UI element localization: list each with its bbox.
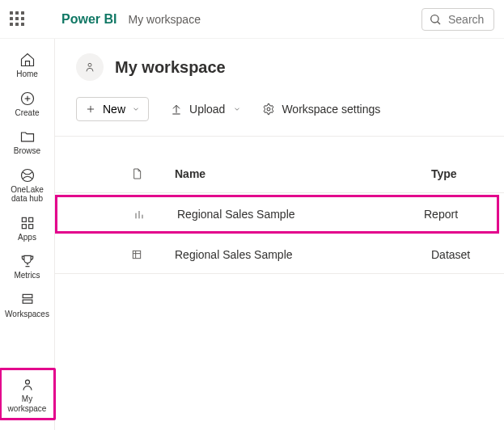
svg-point-14 bbox=[25, 380, 29, 384]
breadcrumb[interactable]: My workspace bbox=[128, 13, 200, 26]
svg-point-20 bbox=[267, 108, 270, 111]
upload-button[interactable]: Upload bbox=[170, 103, 241, 116]
search-box[interactable] bbox=[421, 8, 494, 31]
settings-label: Workspace settings bbox=[282, 103, 380, 116]
svg-point-0 bbox=[431, 15, 438, 22]
person-icon bbox=[19, 377, 36, 393]
nav-create[interactable]: Create bbox=[3, 86, 52, 121]
svg-point-5 bbox=[21, 169, 33, 181]
nav-onelake[interactable]: OneLake data hub bbox=[3, 162, 52, 207]
content-table: Name Type Regional Sales Sample Report R… bbox=[55, 137, 504, 274]
nav-label: OneLake data hub bbox=[3, 185, 52, 204]
apps-icon bbox=[19, 215, 36, 231]
folder-icon bbox=[19, 129, 36, 145]
upload-icon bbox=[170, 103, 183, 116]
nav-home[interactable]: Home bbox=[3, 47, 52, 82]
top-bar: Power BI My workspace bbox=[0, 0, 504, 39]
row-name[interactable]: Regional Sales Sample bbox=[175, 248, 431, 261]
plus-circle-icon bbox=[19, 91, 36, 107]
trophy-icon bbox=[19, 253, 36, 269]
nav-label: Metrics bbox=[14, 271, 40, 280]
data-hub-icon bbox=[19, 167, 36, 183]
svg-rect-12 bbox=[23, 294, 32, 297]
search-input[interactable] bbox=[448, 13, 487, 26]
workspace-avatar bbox=[76, 53, 104, 81]
app-launcher-icon[interactable] bbox=[10, 11, 26, 27]
nav-label: Browse bbox=[14, 146, 40, 156]
new-button-label: New bbox=[103, 103, 125, 116]
nav-label: Home bbox=[16, 70, 38, 79]
main-content: My workspace New Upload Workspace settin… bbox=[55, 39, 504, 430]
workspace-settings-button[interactable]: Workspace settings bbox=[262, 103, 380, 116]
nav-label: My workspace bbox=[3, 394, 52, 413]
left-nav: Home Create Browse OneLake data hub Apps… bbox=[0, 39, 55, 430]
svg-rect-8 bbox=[22, 224, 26, 228]
svg-rect-24 bbox=[133, 251, 140, 258]
nav-my-workspace-highlight: My workspace bbox=[0, 368, 56, 420]
row-type: Report bbox=[424, 208, 497, 221]
home-icon bbox=[19, 52, 36, 68]
nav-label: Create bbox=[15, 108, 39, 118]
svg-rect-6 bbox=[22, 217, 26, 221]
new-button[interactable]: New bbox=[76, 97, 149, 121]
nav-my-workspace[interactable]: My workspace bbox=[3, 372, 52, 416]
nav-label: Workspaces bbox=[5, 310, 49, 319]
row-name[interactable]: Regional Sales Sample bbox=[177, 208, 424, 221]
report-icon bbox=[133, 208, 146, 221]
row-icon-cell bbox=[99, 248, 175, 261]
svg-rect-9 bbox=[28, 224, 32, 228]
upload-label: Upload bbox=[189, 103, 225, 116]
table-header: Name Type bbox=[55, 154, 504, 193]
svg-line-1 bbox=[438, 21, 440, 23]
brand-title: Power BI bbox=[61, 12, 116, 27]
file-icon bbox=[130, 167, 143, 180]
svg-point-15 bbox=[88, 63, 91, 66]
row-type: Dataset bbox=[431, 248, 504, 261]
search-icon bbox=[429, 13, 442, 26]
table-row-dataset[interactable]: Regional Sales Sample Dataset bbox=[55, 235, 504, 274]
column-type[interactable]: Type bbox=[431, 167, 504, 180]
plus-icon bbox=[85, 103, 96, 115]
row-icon-cell bbox=[101, 208, 177, 221]
nav-label: Apps bbox=[18, 233, 36, 242]
gear-icon bbox=[262, 103, 275, 116]
file-type-column-icon[interactable] bbox=[99, 167, 175, 180]
toolbar: New Upload Workspace settings bbox=[55, 91, 504, 137]
chevron-down-icon bbox=[132, 105, 140, 113]
nav-browse[interactable]: Browse bbox=[3, 124, 52, 159]
svg-rect-7 bbox=[28, 217, 32, 221]
column-name[interactable]: Name bbox=[175, 167, 431, 180]
person-icon bbox=[83, 61, 96, 74]
nav-apps[interactable]: Apps bbox=[3, 210, 52, 246]
nav-workspaces[interactable]: Workspaces bbox=[3, 287, 52, 322]
chevron-down-icon bbox=[233, 105, 241, 113]
page-title: My workspace bbox=[115, 58, 226, 77]
nav-metrics[interactable]: Metrics bbox=[3, 248, 52, 284]
table-row-report-highlighted[interactable]: Regional Sales Sample Report bbox=[55, 195, 499, 234]
workspaces-icon bbox=[19, 292, 36, 308]
workspace-header: My workspace bbox=[55, 39, 504, 91]
svg-rect-13 bbox=[23, 300, 32, 303]
dataset-icon bbox=[130, 248, 143, 261]
